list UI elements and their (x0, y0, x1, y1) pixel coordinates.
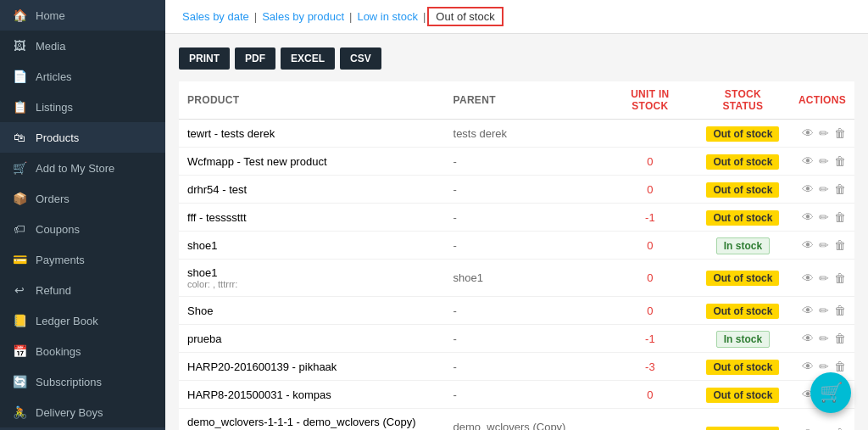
delete-icon[interactable]: 🗑 (834, 238, 846, 252)
cell-product-0: tewrt - tests derek (179, 120, 445, 148)
sidebar-item-refund[interactable]: ↩ Refund (0, 275, 165, 305)
view-icon[interactable]: 👁 (802, 332, 814, 345)
view-icon[interactable]: 👁 (802, 360, 814, 373)
cell-actions-4: 👁 ✏ 🗑 (790, 232, 854, 260)
cell-product-8: HARP20-201600139 - pikhaak (179, 353, 445, 381)
print-button[interactable]: PRINT (179, 47, 230, 70)
cell-parent-1: - (445, 148, 604, 176)
view-icon[interactable]: 👁 (802, 271, 814, 285)
cell-unit-5: 0 (604, 260, 696, 297)
cell-product-1: Wcfmapp - Test new product (179, 148, 445, 176)
tab-separator: | (349, 10, 352, 23)
sidebar-item-listings[interactable]: 📋 Listings (0, 92, 165, 122)
cell-status-4: In stock (696, 232, 790, 260)
edit-icon[interactable]: ✏ (819, 126, 829, 140)
table-row: shoe1-0In stock 👁 ✏ 🗑 (179, 232, 854, 260)
tab-out-of-stock[interactable]: Out of stock (427, 7, 503, 26)
edit-icon[interactable]: ✏ (819, 304, 829, 317)
sidebar-item-home[interactable]: 🏠 Home (0, 0, 165, 31)
sidebar-label-articles: Articles (36, 70, 72, 83)
cell-status-6: Out of stock (696, 297, 790, 325)
articles-icon: 📄 (12, 69, 27, 84)
view-icon[interactable]: 👁 (802, 182, 814, 196)
view-icon[interactable]: 👁 (802, 304, 814, 317)
edit-icon[interactable]: ✏ (819, 427, 829, 430)
sidebar-item-orders[interactable]: 📦 Orders (0, 183, 165, 214)
sidebar-label-subscriptions: Subscriptions (36, 376, 102, 388)
edit-icon[interactable]: ✏ (819, 154, 829, 168)
cell-status-0: Out of stock (696, 120, 790, 148)
cell-parent-7: - (445, 325, 604, 353)
cell-status-7: In stock (696, 325, 790, 353)
sidebar-item-bookings[interactable]: 📅 Bookings (0, 336, 165, 366)
tab-separator: | (423, 10, 426, 23)
cell-status-5: Out of stock (696, 260, 790, 297)
listings-icon: 📋 (12, 99, 27, 114)
sidebar-item-articles[interactable]: 📄 Articles (0, 61, 165, 92)
product-name: tewrt - tests derek (187, 127, 437, 140)
fab-button[interactable]: 🛒 (810, 372, 851, 413)
table-row: demo_wclovers-1-1-1 - demo_wclovers (Cop… (179, 409, 854, 431)
cell-product-10: demo_wclovers-1-1-1 - demo_wclovers (Cop… (179, 409, 445, 431)
edit-icon[interactable]: ✏ (819, 332, 829, 345)
table-row: drhr54 - test-0Out of stock 👁 ✏ 🗑 (179, 176, 854, 204)
delete-icon[interactable]: 🗑 (834, 126, 846, 140)
sidebar-item-subscriptions[interactable]: 🔄 Subscriptions (0, 366, 165, 397)
sidebar-item-delivery-boys[interactable]: 🚴 Delivery Boys (0, 397, 165, 427)
view-icon[interactable]: 👁 (802, 126, 814, 140)
delete-icon[interactable]: 🗑 (834, 271, 846, 285)
cell-parent-8: - (445, 353, 604, 381)
edit-icon[interactable]: ✏ (819, 210, 829, 224)
home-icon: 🏠 (12, 8, 27, 23)
col-header-product: PRODUCT (179, 81, 445, 120)
cell-unit-6: 0 (604, 297, 696, 325)
edit-icon[interactable]: ✏ (819, 182, 829, 196)
edit-icon[interactable]: ✏ (819, 271, 829, 285)
delete-icon[interactable]: 🗑 (834, 304, 846, 317)
delete-icon[interactable]: 🗑 (834, 360, 846, 373)
cell-actions-10: 👁 ✏ 🗑 (790, 409, 854, 431)
cell-actions-3: 👁 ✏ 🗑 (790, 204, 854, 232)
csv-button[interactable]: CSV (340, 47, 381, 70)
sidebar-item-coupons[interactable]: 🏷 Coupons (0, 214, 165, 244)
edit-icon[interactable]: ✏ (819, 360, 829, 373)
sidebar-item-add-to-my-store[interactable]: 🛒 Add to My Store (0, 153, 165, 183)
ledger-book-icon: 📒 (12, 313, 27, 328)
tab-separator: | (254, 10, 257, 23)
delete-icon[interactable]: 🗑 (834, 182, 846, 196)
cell-parent-6: - (445, 297, 604, 325)
view-icon[interactable]: 👁 (802, 210, 814, 224)
view-icon[interactable]: 👁 (802, 238, 814, 252)
sidebar-item-media[interactable]: 🖼 Media (0, 31, 165, 61)
delivery-boys-icon: 🚴 (12, 405, 27, 420)
tab-low-in-stock[interactable]: Low in stock (353, 8, 421, 25)
status-badge: Out of stock (706, 427, 779, 431)
status-badge: Out of stock (706, 388, 779, 403)
delete-icon[interactable]: 🗑 (834, 427, 846, 430)
edit-icon[interactable]: ✏ (819, 238, 829, 252)
cell-unit-0 (604, 120, 696, 148)
delete-icon[interactable]: 🗑 (834, 332, 846, 345)
product-name: shoe1 (187, 239, 437, 252)
cell-product-4: shoe1 (179, 232, 445, 260)
cell-status-2: Out of stock (696, 176, 790, 204)
sidebar-item-ledger-book[interactable]: 📒 Ledger Book (0, 305, 165, 336)
sidebar-item-payments[interactable]: 💳 Payments (0, 244, 165, 275)
product-name: prueba (187, 332, 437, 345)
tab-sales-by-date[interactable]: Sales by date (179, 8, 253, 25)
sidebar: 🏠 Home 🖼 Media 📄 Articles 📋 Listings 🛍 P… (0, 0, 165, 430)
view-icon[interactable]: 👁 (802, 427, 814, 430)
delete-icon[interactable]: 🗑 (834, 154, 846, 168)
pdf-button[interactable]: PDF (235, 47, 275, 70)
cell-unit-9: 0 (604, 381, 696, 409)
view-icon[interactable]: 👁 (802, 154, 814, 168)
cell-status-9: Out of stock (696, 381, 790, 409)
sidebar-item-products[interactable]: 🛍 Products (0, 122, 165, 153)
table-body: tewrt - tests derektests derekOut of sto… (179, 120, 854, 431)
refund-icon: ↩ (12, 282, 27, 298)
status-badge: In stock (716, 331, 770, 348)
excel-button[interactable]: EXCEL (281, 47, 335, 70)
sidebar-label-delivery-boys: Delivery Boys (36, 406, 103, 419)
tab-sales-by-product[interactable]: Sales by product (259, 8, 348, 25)
delete-icon[interactable]: 🗑 (834, 210, 846, 224)
